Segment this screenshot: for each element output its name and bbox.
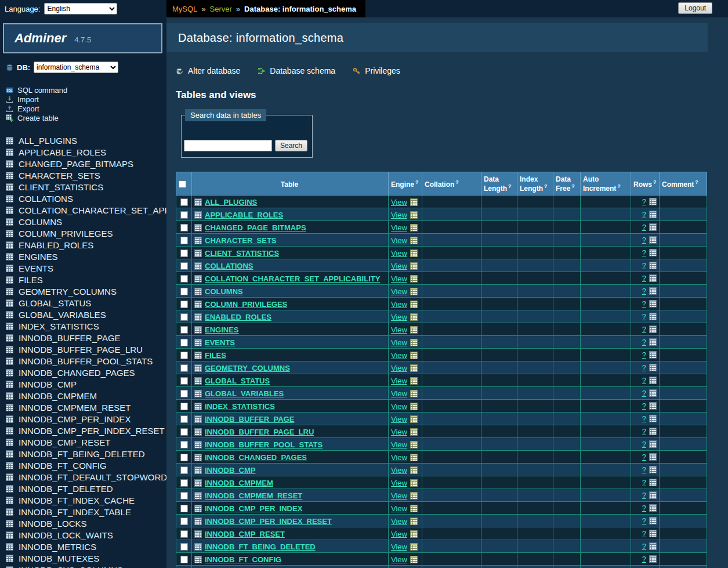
view-link[interactable]: View <box>391 198 407 207</box>
sidebar-action-link[interactable]: Import <box>17 95 39 104</box>
sidebar-table-item[interactable]: INNODB_FT_INDEX_CACHE <box>6 494 166 506</box>
view-link[interactable]: View <box>391 466 407 475</box>
view-icon[interactable] <box>410 237 418 244</box>
rows-count-link[interactable]: ? <box>642 363 646 372</box>
view-link[interactable]: View <box>391 364 407 372</box>
sidebar-table-item[interactable]: INNODB_FT_CONFIG <box>6 460 166 471</box>
row-checkbox[interactable] <box>180 543 188 551</box>
row-checkbox[interactable] <box>180 556 188 563</box>
sidebar-table-item[interactable]: ENGINES <box>6 251 166 262</box>
rows-count-link[interactable]: ? <box>642 504 646 512</box>
sidebar-table-link[interactable]: INNODB_CHANGED_PAGES <box>19 368 135 378</box>
select-data-icon[interactable] <box>649 479 657 486</box>
view-icon[interactable] <box>410 313 418 321</box>
sidebar-table-item[interactable]: INNODB_BUFFER_PAGE_LRU <box>6 343 166 355</box>
sidebar-table-item[interactable]: COLLATION_CHARACTER_SET_APPLICABILITY <box>6 204 166 216</box>
sidebar-table-item[interactable]: ALL_PLUGINS <box>6 135 166 146</box>
link-privileges[interactable]: Privileges <box>353 66 400 75</box>
select-data-icon[interactable] <box>649 249 657 256</box>
view-link[interactable]: View <box>391 223 407 232</box>
select-data-icon[interactable] <box>649 428 657 435</box>
table-link[interactable]: COLUMNS <box>205 287 243 296</box>
view-icon[interactable] <box>410 198 418 206</box>
sidebar-table-item[interactable]: INNODB_SYS_COLUMNS <box>6 564 166 568</box>
table-link[interactable]: CLIENT_STATISTICS <box>205 249 279 258</box>
select-data-icon[interactable] <box>649 517 657 524</box>
view-icon[interactable] <box>410 543 418 551</box>
table-link[interactable]: INNODB_CMP_PER_INDEX_RESET <box>205 517 332 526</box>
sidebar-table-link[interactable]: INNODB_CMP_PER_INDEX_RESET <box>19 426 165 436</box>
sidebar-table-link[interactable]: EVENTS <box>19 263 53 273</box>
column-help-link[interactable]: ? <box>544 183 548 189</box>
row-checkbox[interactable] <box>180 301 188 308</box>
select-data-icon[interactable] <box>649 530 657 537</box>
sidebar-action-link[interactable]: Create table <box>17 114 59 122</box>
sidebar-table-link[interactable]: INNODB_CMP_PER_INDEX <box>19 414 131 424</box>
sidebar-table-link[interactable]: CHARACTER_SETS <box>19 171 100 180</box>
row-checkbox[interactable] <box>180 211 188 219</box>
sidebar-table-link[interactable]: INNODB_SYS_COLUMNS <box>19 565 123 568</box>
view-link[interactable]: View <box>391 211 407 219</box>
select-data-icon[interactable] <box>649 364 657 371</box>
sidebar-table-item[interactable]: FILES <box>6 274 166 285</box>
view-icon[interactable] <box>410 479 418 487</box>
sidebar-table-link[interactable]: COLUMNS <box>19 217 62 227</box>
sidebar-table-item[interactable]: CLIENT_STATISTICS <box>6 181 166 193</box>
sidebar-table-item[interactable]: CHARACTER_SETS <box>6 169 166 181</box>
select-data-icon[interactable] <box>649 313 657 320</box>
row-checkbox[interactable] <box>180 198 188 206</box>
row-checkbox[interactable] <box>180 441 188 448</box>
sidebar-table-link[interactable]: CLIENT_STATISTICS <box>19 182 103 192</box>
view-icon[interactable] <box>410 415 418 423</box>
row-checkbox[interactable] <box>180 466 188 474</box>
sidebar-table-link[interactable]: INNODB_BUFFER_PAGE_LRU <box>19 345 143 354</box>
table-link[interactable]: CHANGED_PAGE_BITMAPS <box>205 223 306 232</box>
select-data-icon[interactable] <box>649 440 657 448</box>
select-data-icon[interactable] <box>649 555 657 563</box>
row-checkbox[interactable] <box>180 313 188 321</box>
sidebar-action-export[interactable]: Export <box>6 104 166 113</box>
row-checkbox[interactable] <box>180 364 188 372</box>
view-icon[interactable] <box>410 326 418 334</box>
sidebar-table-link[interactable]: GLOBAL_STATUS <box>19 298 91 308</box>
row-checkbox[interactable] <box>180 249 188 257</box>
sidebar-table-item[interactable]: INNODB_CMP <box>6 378 166 390</box>
rows-count-link[interactable]: ? <box>642 261 646 270</box>
adminer-logo[interactable]: Adminer 4.7.5 <box>3 23 162 53</box>
select-all-checkbox[interactable] <box>179 180 186 188</box>
sidebar-table-item[interactable]: INNODB_CMPMEM_RESET <box>6 401 166 413</box>
table-link[interactable]: INNODB_FT_CONFIG <box>205 555 281 564</box>
view-link[interactable]: View <box>391 287 407 296</box>
select-data-icon[interactable] <box>649 274 657 282</box>
view-icon[interactable] <box>410 492 418 500</box>
row-checkbox[interactable] <box>180 390 188 397</box>
row-checkbox[interactable] <box>180 237 188 244</box>
rows-count-link[interactable]: ? <box>642 223 646 231</box>
table-link[interactable]: COLLATIONS <box>205 262 253 270</box>
search-button[interactable]: Search <box>275 140 307 151</box>
rows-count-link[interactable]: ? <box>642 376 646 385</box>
row-checkbox[interactable] <box>180 428 188 436</box>
sidebar-action-import[interactable]: Import <box>6 95 166 104</box>
logout-button[interactable]: Logout <box>678 2 712 14</box>
view-icon[interactable] <box>410 339 418 346</box>
view-icon[interactable] <box>410 275 418 283</box>
row-checkbox[interactable] <box>180 415 188 423</box>
row-checkbox[interactable] <box>180 505 188 512</box>
view-link[interactable]: View <box>391 338 407 347</box>
view-icon[interactable] <box>410 301 418 308</box>
sidebar-table-link[interactable]: INNODB_FT_CONFIG <box>19 461 107 471</box>
column-help-link[interactable]: ? <box>695 179 698 185</box>
rows-count-link[interactable]: ? <box>642 491 646 500</box>
select-data-icon[interactable] <box>649 198 657 205</box>
view-icon[interactable] <box>410 518 418 525</box>
sidebar-table-link[interactable]: GLOBAL_VARIABLES <box>19 310 106 320</box>
select-data-icon[interactable] <box>649 402 657 410</box>
view-icon[interactable] <box>410 352 418 359</box>
select-data-icon[interactable] <box>649 325 657 333</box>
view-link[interactable]: View <box>391 300 407 309</box>
table-link[interactable]: INNODB_CMP <box>205 466 255 475</box>
sidebar-table-item[interactable]: INDEX_STATISTICS <box>6 320 166 332</box>
rows-count-link[interactable]: ? <box>642 236 646 244</box>
table-link[interactable]: GEOMETRY_COLUMNS <box>205 364 290 372</box>
